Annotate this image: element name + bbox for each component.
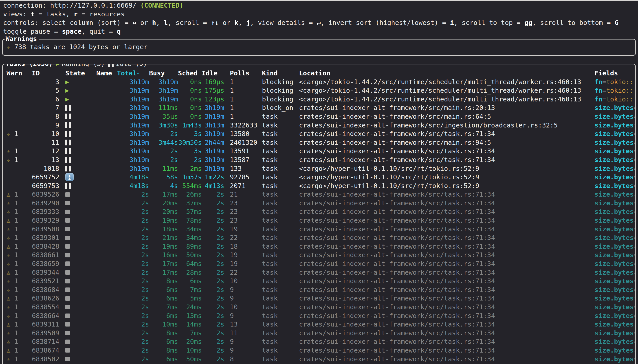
cell-fields: size.bytes=	[594, 164, 635, 173]
cell-id: 6838428	[32, 242, 59, 251]
cell-sched: 34ms	[178, 225, 202, 234]
task-row[interactable]: ⚠ 168392902s20ms37ms2s23taskcrates/sui-i…	[3, 199, 635, 208]
cell-name	[96, 156, 117, 164]
task-row[interactable]: ⚠ 168395262s17ms26ms2s21taskcrates/sui-i…	[3, 190, 635, 199]
window-edge	[0, 0, 638, 1]
task-row[interactable]: ⚠ 1103h19m2s3s3h19m13580taskcrates/sui-i…	[3, 130, 635, 138]
cell-id: 6838714	[32, 337, 59, 346]
task-row[interactable]: ⚠ 168393012s21ms34ms2s22taskcrates/sui-i…	[3, 234, 635, 242]
cell-kind: blocking	[262, 86, 299, 95]
warning-triangle-icon: ⚠	[6, 277, 10, 285]
task-row[interactable]: 6▶3h19m3h19m0ns123µs1blocking<cargo>/tok…	[3, 95, 635, 104]
cell-location: crates/sui-indexer-alt-framework/src/tas…	[299, 216, 594, 225]
column-header-busy[interactable]: Busy	[149, 69, 178, 78]
task-row[interactable]: ⚠ 168395092s8ms7ms2s11taskcrates/sui-ind…	[3, 329, 635, 338]
cell-idle: 2s	[202, 277, 224, 286]
column-header-kind[interactable]: Kind	[262, 69, 299, 78]
cell-busy: 2s	[149, 130, 178, 138]
column-header-name[interactable]: Name	[96, 69, 117, 78]
cell-sched: 89ms	[178, 242, 202, 251]
task-row[interactable]: 73h19m111ms0ns3h19m1block_oncrates/sui-i…	[3, 104, 635, 112]
cell-warn: ⚠ 1	[6, 346, 32, 355]
cell-fields: fn=tokio::r	[594, 86, 635, 95]
cell-fields: size.bytes=	[594, 242, 635, 251]
completed-state-icon	[65, 227, 70, 231]
cell-kind: task	[262, 234, 299, 242]
task-row[interactable]: ⚠ 168393292s19ms78ms2s23taskcrates/sui-i…	[3, 216, 635, 225]
cell-busy: 19ms	[149, 216, 178, 225]
completed-state-icon	[65, 218, 70, 222]
cell-idle: 3h19m	[202, 112, 224, 121]
cell-total: 2s	[117, 260, 149, 268]
column-header-sched[interactable]: Sched	[178, 69, 202, 78]
cell-busy: 6ms	[149, 312, 178, 320]
cell-sched: 6ms	[178, 277, 202, 286]
completed-state-icon	[65, 314, 70, 318]
task-row[interactable]: ⚠ 168386612s16ms50ms2s19taskcrates/sui-i…	[3, 251, 635, 260]
column-header-id[interactable]: ID	[32, 69, 59, 78]
task-row[interactable]: 113h19m3m44s30m50s2h44m2401320taskcrates…	[3, 138, 635, 147]
cell-location: crates/sui-indexer-alt-framework/src/tas…	[299, 260, 594, 268]
task-row[interactable]: ⚠ 168385542s7ms24ms2s10taskcrates/sui-in…	[3, 303, 635, 312]
column-header-warn[interactable]: Warn	[6, 69, 32, 78]
cell-warn: ⚠ 1	[6, 130, 32, 138]
task-row[interactable]: ⚠ 168395212s8ms6ms2s10taskcrates/sui-ind…	[3, 277, 635, 286]
task-row[interactable]: ⚠ 168387142s6ms20ms2s9taskcrates/sui-ind…	[3, 337, 635, 346]
task-row[interactable]: ⚠ 168386262s6ms5ms2s9taskcrates/sui-inde…	[3, 294, 635, 303]
cell-location: crates/sui-indexer-alt-framework/src/tas…	[299, 312, 594, 320]
task-row[interactable]: 6659752▲▲4m18s58s1m57s1m22s92785task<car…	[3, 173, 635, 182]
cell-warn: ⚠ 1	[6, 242, 32, 251]
warning-triangle-icon: ⚠	[6, 156, 10, 164]
cell-idle: 2s	[202, 294, 224, 303]
cell-warn: ⚠ 1	[6, 312, 32, 320]
column-header-state[interactable]: State	[59, 69, 96, 78]
cell-state	[59, 112, 96, 121]
task-row[interactable]: 93h19m3m30s1m43s3h13m3322633taskcrates/s…	[3, 121, 635, 130]
completed-state-icon	[65, 348, 70, 352]
cell-warn: ⚠ 1	[6, 234, 32, 242]
cell-warn: ⚠ 1	[6, 156, 32, 164]
task-row[interactable]: ⚠ 168386742s8ms10ms2s9taskcrates/sui-ind…	[3, 346, 635, 355]
task-row[interactable]: ⚠ 168395082s18ms34ms2s19taskcrates/sui-i…	[3, 225, 635, 234]
task-row[interactable]: 5▶3h19m3h19m0ns175µs1blocking<cargo>/tok…	[3, 86, 635, 95]
cell-total: 2s	[117, 234, 149, 242]
task-row[interactable]: ⚠ 168393112s10ms14ms2s13taskcrates/sui-i…	[3, 320, 635, 329]
task-row[interactable]: ⚠ 1123h19m2s3s3h19m13591taskcrates/sui-i…	[3, 147, 635, 156]
column-header-total[interactable]: Total▿	[117, 69, 149, 78]
task-row[interactable]: ⚠ 168393442s17ms28ms2s22taskcrates/sui-i…	[3, 268, 635, 277]
cell-polls: 9	[224, 286, 262, 294]
cell-state	[59, 251, 96, 260]
cell-busy: 18ms	[149, 225, 178, 234]
task-row[interactable]: ⚠ 168384282s19ms89ms2s18taskcrates/sui-i…	[3, 242, 635, 251]
cell-kind: task	[262, 138, 299, 147]
idle-state-icon	[65, 114, 71, 120]
column-header-location[interactable]: Location	[299, 69, 594, 78]
task-row[interactable]: 3▶3h19m3h19m0ns169µs1blocking<cargo>/tok…	[3, 78, 635, 86]
task-row[interactable]: ⚠ 168393332s20ms57ms2s23taskcrates/sui-i…	[3, 207, 635, 216]
cell-sched: 24ms	[178, 303, 202, 312]
cell-id: 6839329	[32, 216, 59, 225]
task-row[interactable]: ⚠ 168386592s17ms64ms2s19taskcrates/sui-i…	[3, 260, 635, 268]
cell-total: 2s	[117, 312, 149, 320]
cell-warn	[6, 173, 32, 182]
task-row[interactable]: ⚠ 168385022s6ms50ms2s8taskcrates/sui-ind…	[3, 355, 635, 364]
column-header-polls[interactable]: Polls	[224, 69, 262, 78]
cell-kind: blocking	[262, 95, 299, 104]
cell-sched: 26ms	[178, 190, 202, 199]
task-row[interactable]: ⚠ 168386642s6ms13ms2s9taskcrates/sui-ind…	[3, 312, 635, 320]
column-header-idle[interactable]: Idle	[202, 69, 224, 78]
task-row[interactable]: 66597534m18s4s554ms4m13s2071task<cargo>/…	[3, 182, 635, 190]
cell-sched: 50ms	[178, 355, 202, 364]
cell-busy: 58s	[149, 173, 178, 182]
task-row[interactable]: 10183h19m11ms2ms3h19m133task<cargo>/hype…	[3, 164, 635, 173]
cell-busy: 11ms	[149, 164, 178, 173]
column-header-fields[interactable]: Fields	[594, 69, 635, 78]
cell-fields: size.bytes=	[594, 346, 635, 355]
cell-name	[96, 346, 117, 355]
cell-kind: task	[262, 337, 299, 346]
cell-kind: task	[262, 286, 299, 294]
task-row[interactable]: ⚠ 1133h19m2s2s3h19m13587taskcrates/sui-i…	[3, 156, 635, 164]
task-row[interactable]: ⚠ 168386842s6ms7ms2s9taskcrates/sui-inde…	[3, 286, 635, 294]
task-row[interactable]: 83h19m35µs0ns3h19m1taskcrates/sui-indexe…	[3, 112, 635, 121]
idle-state-icon	[65, 148, 71, 154]
